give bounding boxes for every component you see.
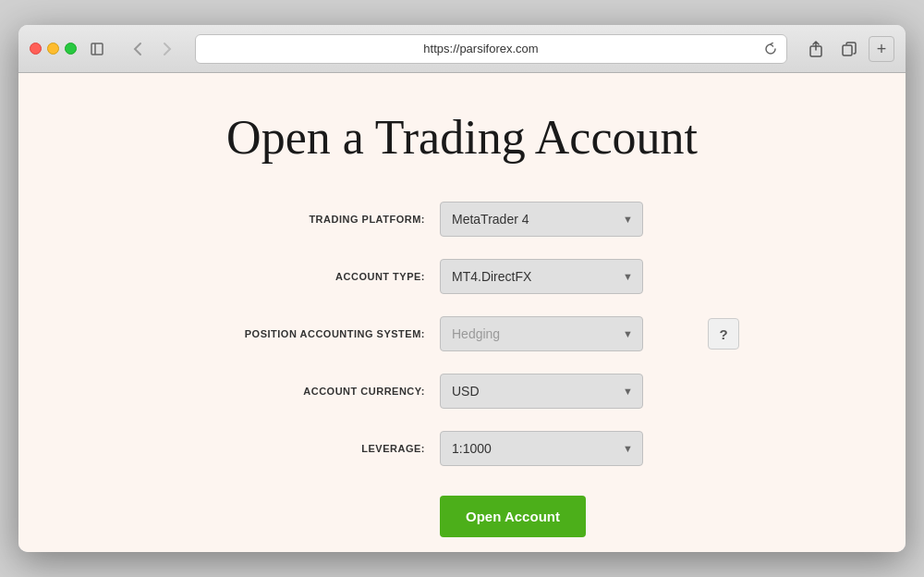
leverage-select-wrapper: 1:1000 ▼: [440, 431, 739, 466]
position-accounting-label: POSITION ACCOUNTING SYSTEM:: [185, 328, 425, 339]
browser-titlebar: https://parsiforex.com: [18, 25, 906, 73]
open-account-button[interactable]: Open Account: [440, 496, 586, 537]
minimize-button[interactable]: [47, 43, 59, 55]
url-text: https://parsiforex.com: [205, 42, 757, 55]
browser-actions: +: [802, 35, 894, 63]
position-accounting-row: POSITION ACCOUNTING SYSTEM: Hedging ▼ ?: [185, 316, 739, 351]
duplicate-button[interactable]: [835, 35, 863, 63]
page-content: Open a Trading Account TRADING PLATFORM:…: [18, 73, 906, 552]
leverage-label: LEVERAGE:: [185, 443, 425, 454]
trading-platform-select-wrapper: MetaTrader 4 ▼: [440, 202, 739, 237]
sidebar-toggle-button[interactable]: [84, 36, 110, 62]
traffic-lights: [30, 43, 77, 55]
account-type-row: ACCOUNT TYPE: MT4.DirectFX ▼: [185, 259, 739, 294]
address-bar[interactable]: https://parsiforex.com: [195, 34, 787, 64]
share-button[interactable]: [802, 35, 830, 63]
chevron-down-icon: ▼: [623, 328, 633, 339]
account-type-label: ACCOUNT TYPE:: [185, 271, 425, 282]
account-currency-select[interactable]: USD ▼: [440, 374, 643, 409]
svg-rect-3: [843, 45, 852, 55]
back-button[interactable]: [125, 36, 151, 62]
maximize-button[interactable]: [65, 43, 77, 55]
nav-buttons: [125, 36, 180, 62]
close-button[interactable]: [30, 43, 42, 55]
trading-platform-select[interactable]: MetaTrader 4 ▼: [440, 202, 643, 237]
chevron-down-icon: ▼: [623, 386, 633, 397]
new-tab-button[interactable]: +: [869, 36, 894, 62]
trading-platform-label: TRADING PLATFORM:: [185, 214, 425, 225]
help-button[interactable]: ?: [708, 318, 739, 350]
account-currency-row: ACCOUNT CURRENCY: USD ▼: [185, 374, 739, 409]
account-type-select[interactable]: MT4.DirectFX ▼: [440, 259, 643, 294]
chevron-down-icon: ▼: [623, 214, 633, 225]
browser-window: https://parsiforex.com: [18, 25, 906, 552]
page-title: Open a Trading Account: [226, 110, 698, 165]
account-type-select-wrapper: MT4.DirectFX ▼: [440, 259, 739, 294]
forward-button[interactable]: [154, 36, 180, 62]
submit-row: Open Account: [185, 488, 739, 537]
position-accounting-select-wrapper: Hedging ▼: [440, 316, 693, 351]
chevron-down-icon: ▼: [623, 271, 633, 282]
svg-rect-0: [91, 43, 103, 55]
account-currency-select-wrapper: USD ▼: [440, 374, 739, 409]
chevron-down-icon: ▼: [623, 443, 633, 454]
position-accounting-select[interactable]: Hedging ▼: [440, 316, 643, 351]
account-currency-label: ACCOUNT CURRENCY:: [185, 386, 425, 397]
reload-button[interactable]: [764, 43, 777, 55]
trading-platform-row: TRADING PLATFORM: MetaTrader 4 ▼: [185, 202, 739, 237]
trading-account-form: TRADING PLATFORM: MetaTrader 4 ▼ ACCOUNT…: [185, 202, 739, 537]
leverage-row: LEVERAGE: 1:1000 ▼: [185, 431, 739, 466]
leverage-select[interactable]: 1:1000 ▼: [440, 431, 643, 466]
